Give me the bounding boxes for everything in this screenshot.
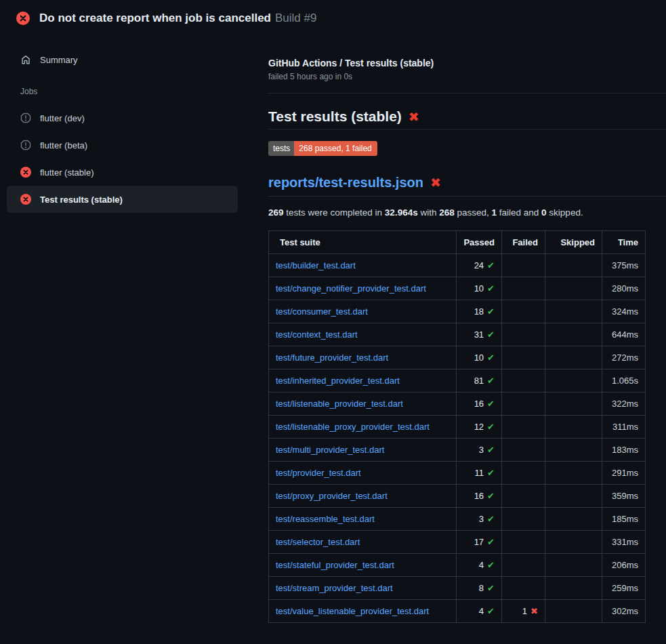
failed-status-icon: [20, 194, 31, 205]
check-icon: ✔: [487, 537, 495, 547]
sidebar-item-label: flutter (beta): [40, 140, 87, 150]
sidebar-item-test-results-stable[interactable]: Test results (stable): [7, 186, 238, 213]
test-suite-cell: test/change_notifier_provider_test.dart: [269, 277, 457, 300]
report-file-link[interactable]: reports/test-results.json: [268, 175, 423, 190]
test-suite-link[interactable]: test/future_provider_test.dart: [276, 353, 388, 363]
test-suite-link[interactable]: test/value_listenable_provider_test.dart: [276, 606, 429, 616]
sidebar-item-flutter-beta[interactable]: flutter (beta): [7, 132, 238, 159]
table-row: test/selector_test.dart17✔331ms: [269, 531, 646, 554]
failed-x-icon: ✖: [409, 110, 419, 123]
passed-cell: 3✔: [457, 439, 502, 462]
time-cell: 322ms: [602, 393, 646, 416]
test-suite-link[interactable]: test/context_test.dart: [276, 329, 358, 340]
test-suite-link[interactable]: test/reassemble_test.dart: [276, 514, 375, 524]
passed-cell-value: 4: [479, 560, 484, 570]
report-file-heading[interactable]: reports/test-results.json ✖: [268, 175, 666, 197]
test-suite-link[interactable]: test/stream_provider_test.dart: [276, 583, 393, 593]
tests-badge: tests 268 passed, 1 failed: [268, 141, 377, 156]
failed-cell: [502, 277, 545, 300]
skipped-cell: [545, 393, 602, 416]
sidebar-item-flutter-stable[interactable]: flutter (stable): [7, 159, 238, 186]
check-icon: ✔: [487, 514, 495, 524]
column-header-time: Time: [602, 231, 646, 254]
test-suite-cell: test/listenable_proxy_provider_test.dart: [269, 416, 457, 439]
passed-cell-value: 12: [474, 422, 484, 432]
test-suite-link[interactable]: test/change_notifier_provider_test.dart: [276, 283, 426, 294]
passed-cell: 8✔: [457, 577, 502, 600]
skipped-cell: [545, 554, 602, 577]
x-icon: ✖: [530, 606, 538, 616]
passed-cell-value: 11: [475, 468, 484, 478]
time-cell: 206ms: [602, 554, 646, 577]
sidebar-item-flutter-dev[interactable]: flutter (dev): [7, 104, 238, 132]
table-row: test/context_test.dart31✔644ms: [269, 323, 646, 346]
summary-line: 269 tests were completed in 32.964s with…: [268, 207, 666, 218]
passed-cell: 10✔: [457, 277, 502, 300]
test-suite-cell: test/value_listenable_provider_test.dart: [269, 600, 457, 623]
time-cell: 259ms: [602, 577, 646, 600]
sidebar-item-label: Test results (stable): [40, 195, 123, 205]
failed-cell: [502, 577, 545, 600]
test-suite-link[interactable]: test/multi_provider_test.dart: [276, 445, 384, 455]
table-row: test/provider_test.dart11✔291ms: [269, 462, 646, 485]
skipped-cell: [545, 577, 602, 600]
check-icon: ✔: [487, 283, 495, 294]
table-row: test/reassemble_test.dart3✔185ms: [269, 508, 646, 531]
skipped-cell: [545, 346, 602, 369]
passed-cell: 12✔: [457, 416, 502, 439]
sidebar: Summary Jobs flutter (dev) flut: [0, 35, 268, 213]
jobs-section-label: Jobs: [7, 87, 238, 96]
check-icon: ✔: [487, 468, 495, 478]
check-icon: ✔: [487, 606, 495, 616]
passed-cell: 16✔: [457, 393, 502, 416]
failed-cell: [502, 462, 545, 485]
time-cell: 291ms: [602, 462, 646, 485]
skipped-cell: [545, 300, 602, 323]
skipped-cell: [545, 531, 602, 554]
skipped-cell: [545, 439, 602, 462]
table-row: test/stream_provider_test.dart8✔259ms: [269, 577, 646, 600]
passed-cell-value: 8: [479, 583, 484, 593]
passed-cell-value: 81: [474, 376, 484, 386]
test-suite-link[interactable]: test/inherited_provider_test.dart: [276, 376, 400, 386]
skipped-cell: [545, 277, 602, 300]
test-suite-link[interactable]: test/listenable_provider_test.dart: [276, 399, 403, 409]
failed-cell: [502, 485, 545, 508]
check-icon: ✔: [487, 491, 495, 501]
passed-cell: 16✔: [457, 485, 502, 508]
check-icon: ✔: [487, 329, 495, 340]
test-suite-cell: test/inherited_provider_test.dart: [269, 369, 457, 393]
test-suite-cell: test/builder_test.dart: [269, 254, 457, 277]
test-suite-cell: test/consumer_test.dart: [269, 300, 457, 323]
passed-cell-value: 17: [474, 537, 484, 547]
test-suite-link[interactable]: test/stateful_provider_test.dart: [276, 560, 394, 570]
divider: [268, 93, 666, 94]
passed-cell-value: 31: [474, 329, 484, 340]
passed-cell-value: 16: [474, 491, 484, 501]
sidebar-item-label: Summary: [40, 55, 78, 65]
failed-cell: [502, 508, 545, 531]
test-suite-link[interactable]: test/provider_test.dart: [276, 468, 361, 478]
skipped-cell: [545, 462, 602, 485]
test-suite-link[interactable]: test/builder_test.dart: [276, 260, 356, 270]
test-suite-link[interactable]: test/proxy_provider_test.dart: [276, 491, 388, 501]
test-suite-link[interactable]: test/listenable_proxy_provider_test.dart: [276, 422, 430, 432]
sidebar-item-summary[interactable]: Summary: [7, 46, 238, 73]
skipped-cell: [545, 508, 602, 531]
check-icon: ✔: [487, 583, 495, 593]
passed-cell: 81✔: [457, 369, 502, 393]
time-cell: 1.065s: [602, 369, 646, 393]
passed-cell: 4✔: [457, 554, 502, 577]
failed-cell: [502, 323, 545, 346]
passed-cell: 11✔: [457, 462, 502, 485]
time-cell: 644ms: [602, 323, 646, 346]
sidebar-item-label: flutter (dev): [40, 113, 85, 123]
check-icon: ✔: [487, 445, 495, 455]
test-suite-cell: test/context_test.dart: [269, 323, 457, 346]
badge-value: 268 passed, 1 failed: [294, 141, 377, 156]
passed-cell-value: 3: [479, 445, 484, 455]
table-row: test/listenable_provider_test.dart16✔322…: [269, 393, 646, 416]
passed-cell-value: 18: [474, 306, 484, 317]
test-suite-link[interactable]: test/selector_test.dart: [276, 537, 360, 547]
test-suite-link[interactable]: test/consumer_test.dart: [276, 306, 368, 317]
